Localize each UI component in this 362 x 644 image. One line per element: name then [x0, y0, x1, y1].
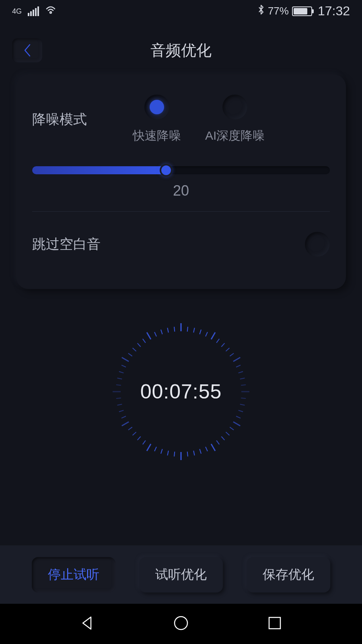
radio-indicator — [222, 95, 247, 120]
settings-card: 降噪模式 快速降噪 AI深度降噪 20 跳过空白音 — [16, 74, 346, 289]
svg-line-29 — [187, 452, 188, 456]
preview-optimize-button[interactable]: 试听优化 — [139, 557, 223, 592]
android-nav-bar — [0, 604, 362, 644]
svg-line-40 — [122, 422, 129, 426]
svg-line-32 — [167, 451, 168, 456]
svg-line-36 — [143, 440, 146, 444]
page-title: 音频优化 — [150, 40, 212, 61]
noise-slider-section: 20 — [32, 166, 330, 199]
svg-line-33 — [161, 449, 162, 454]
svg-line-17 — [240, 404, 245, 405]
wifi-icon — [45, 6, 56, 17]
svg-line-43 — [117, 404, 122, 405]
svg-line-1 — [187, 327, 188, 332]
skip-silence-row: 跳过空白音 — [32, 232, 330, 265]
svg-line-22 — [226, 432, 229, 435]
battery-icon — [292, 6, 312, 16]
divider — [32, 211, 330, 212]
radio-ai-deep-noise[interactable]: AI深度降噪 — [205, 95, 265, 144]
radio-indicator-selected — [144, 95, 169, 120]
noise-intensity-slider[interactable] — [32, 166, 330, 174]
bluetooth-icon — [257, 4, 265, 18]
svg-line-10 — [233, 357, 240, 361]
timer-dial: 00:07:55 — [109, 319, 253, 464]
svg-line-42 — [119, 410, 123, 412]
svg-line-4 — [206, 332, 208, 336]
nav-recent-button[interactable] — [266, 615, 283, 633]
timer-ticks-icon — [109, 319, 253, 464]
svg-line-49 — [121, 365, 126, 367]
noise-mode-row: 降噪模式 快速降噪 AI深度降噪 — [32, 95, 330, 144]
svg-point-60 — [175, 617, 187, 630]
status-bar: 4G 77% 17:32 — [0, 0, 362, 22]
svg-line-53 — [138, 343, 141, 347]
svg-line-25 — [211, 444, 215, 451]
svg-line-9 — [230, 353, 234, 356]
battery-percent: 77% — [268, 5, 289, 17]
svg-line-27 — [200, 449, 201, 454]
svg-line-7 — [221, 343, 224, 347]
svg-line-41 — [121, 416, 126, 418]
chevron-left-icon — [23, 43, 32, 58]
svg-line-6 — [216, 339, 219, 343]
svg-line-38 — [133, 432, 136, 435]
slider-fill — [32, 166, 166, 174]
slider-thumb[interactable] — [160, 164, 173, 177]
svg-line-3 — [200, 330, 201, 334]
skip-silence-toggle[interactable] — [305, 232, 330, 257]
svg-line-44 — [116, 398, 121, 398]
svg-line-16 — [241, 398, 246, 398]
stop-preview-button[interactable]: 停止试听 — [32, 557, 115, 592]
back-button[interactable] — [12, 38, 42, 62]
svg-line-14 — [241, 385, 246, 385]
svg-line-8 — [226, 348, 229, 351]
header: 音频优化 — [0, 22, 362, 74]
svg-line-57 — [161, 330, 162, 334]
svg-line-20 — [233, 422, 240, 426]
svg-line-2 — [193, 328, 194, 333]
svg-line-58 — [167, 328, 168, 333]
svg-line-46 — [116, 385, 121, 385]
svg-line-13 — [240, 378, 245, 379]
svg-line-51 — [128, 353, 132, 356]
save-optimize-button[interactable]: 保存优化 — [247, 557, 330, 592]
svg-line-37 — [138, 436, 141, 440]
svg-line-34 — [154, 447, 156, 451]
svg-line-28 — [193, 451, 194, 456]
bottom-action-bar: 停止试听 试听优化 保存优化 — [0, 545, 362, 604]
svg-line-59 — [174, 327, 175, 332]
svg-line-19 — [236, 416, 241, 418]
svg-line-39 — [128, 427, 132, 430]
svg-line-23 — [221, 436, 224, 440]
svg-rect-61 — [269, 617, 280, 629]
signal-strength-icon — [28, 6, 39, 16]
svg-line-24 — [216, 440, 219, 444]
svg-line-50 — [122, 357, 129, 361]
svg-line-56 — [154, 332, 156, 336]
radio-fast-label: 快速降噪 — [133, 128, 181, 144]
noise-mode-label: 降噪模式 — [32, 110, 93, 129]
nav-back-button[interactable] — [79, 615, 96, 633]
radio-fast-noise[interactable]: 快速降噪 — [133, 95, 181, 144]
clock-time: 17:32 — [318, 4, 350, 19]
skip-silence-label: 跳过空白音 — [32, 235, 101, 254]
svg-line-48 — [119, 372, 123, 373]
slider-value: 20 — [32, 182, 330, 199]
radio-ai-label: AI深度降噪 — [205, 128, 265, 144]
svg-line-11 — [236, 365, 241, 367]
svg-line-55 — [147, 332, 151, 339]
network-tech-label: 4G — [12, 8, 22, 15]
timer-section: 00:07:55 — [0, 305, 362, 464]
svg-line-54 — [143, 339, 146, 343]
svg-line-31 — [174, 452, 175, 456]
svg-line-35 — [147, 444, 151, 451]
svg-line-5 — [211, 332, 215, 339]
nav-home-button[interactable] — [173, 615, 189, 633]
svg-line-21 — [230, 427, 234, 430]
svg-line-12 — [239, 372, 243, 373]
svg-line-26 — [206, 447, 208, 451]
svg-line-18 — [239, 410, 243, 412]
svg-line-47 — [117, 378, 122, 379]
svg-line-52 — [133, 348, 136, 351]
